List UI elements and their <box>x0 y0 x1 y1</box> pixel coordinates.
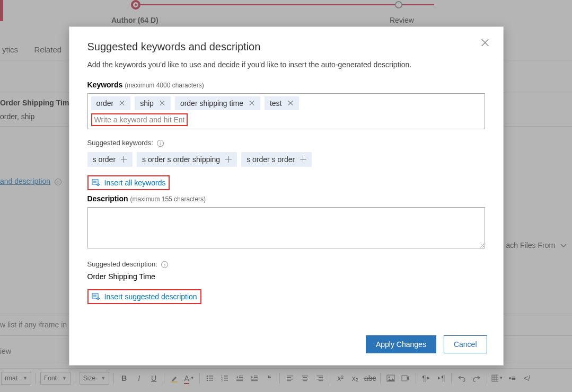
suggested-keywords-modal: Suggested keywords and description Add t… <box>69 26 504 366</box>
insert-icon <box>92 179 100 186</box>
apply-changes-button[interactable]: Apply Changes <box>366 335 436 353</box>
keywords-label: Keywords (maximum 4000 characters) <box>87 81 485 89</box>
suggested-keyword: s order s order shipping <box>137 152 237 167</box>
add-keyword-icon[interactable] <box>225 156 232 163</box>
remove-tag-icon[interactable] <box>287 100 294 106</box>
keyword-input-highlight <box>91 113 188 126</box>
description-label: Description (maximum 155 characters) <box>87 194 485 203</box>
remove-tag-icon[interactable] <box>159 100 165 106</box>
cancel-button[interactable]: Cancel <box>444 335 487 353</box>
keyword-tag: ship <box>135 96 171 110</box>
modal-buttons: Apply Changes Cancel <box>366 335 487 353</box>
add-keyword-icon[interactable] <box>300 156 306 163</box>
info-icon[interactable]: i <box>161 261 168 268</box>
insert-all-keywords-link[interactable]: Insert all keywords <box>87 175 170 190</box>
modal-subtitle: Add the keywords you'd like to use and d… <box>87 60 485 69</box>
suggested-keyword: s order <box>87 152 133 167</box>
suggested-keywords-list: s order s order s order shipping s order… <box>87 152 485 167</box>
add-keyword-icon[interactable] <box>121 156 127 163</box>
suggested-keyword: s order s order <box>241 152 312 167</box>
keywords-tags: order ship order shipping time test <box>91 96 481 110</box>
modal-overlay: Suggested keywords and description Add t… <box>0 0 572 392</box>
keyword-tag: order <box>91 96 131 110</box>
keyword-tag: test <box>265 96 299 110</box>
info-icon[interactable]: i <box>157 140 164 147</box>
insert-icon <box>92 293 100 300</box>
remove-tag-icon[interactable] <box>119 100 125 106</box>
modal-title: Suggested keywords and description <box>87 41 485 53</box>
suggested-description-value: Order Shipping Time <box>87 272 485 281</box>
remove-tag-icon[interactable] <box>249 100 255 106</box>
suggested-keywords-label: Suggested keywords: i <box>87 139 485 147</box>
insert-suggested-description-link[interactable]: Insert suggested description <box>87 289 201 304</box>
close-icon[interactable] <box>480 38 490 48</box>
keyword-tag: order shipping time <box>175 96 260 110</box>
keywords-input-box[interactable]: order ship order shipping time test <box>87 93 485 129</box>
keyword-input[interactable] <box>92 114 187 125</box>
suggested-description-label: Suggested description: i <box>87 260 485 268</box>
description-textarea[interactable] <box>87 207 485 248</box>
